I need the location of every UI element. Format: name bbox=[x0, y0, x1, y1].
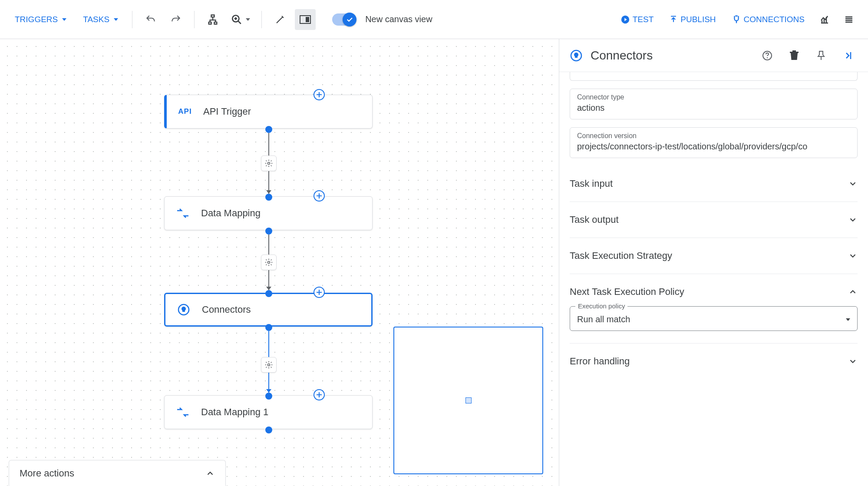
section-title: Task Execution Strategy bbox=[570, 250, 672, 261]
svg-line-1 bbox=[238, 21, 241, 24]
field-connection-version[interactable]: Connection version projects/connectors-i… bbox=[570, 127, 858, 158]
panel-header: Connectors bbox=[559, 39, 868, 72]
panel-title: Connectors bbox=[591, 49, 750, 63]
field-partial-top bbox=[570, 72, 858, 81]
stats-button[interactable] bbox=[814, 9, 835, 30]
connection-dot[interactable] bbox=[265, 290, 272, 297]
toggle-knob bbox=[343, 13, 356, 26]
mapping-icon bbox=[175, 404, 191, 420]
field-label: Connector type bbox=[577, 93, 850, 101]
menu-icon bbox=[844, 14, 854, 25]
plus-icon bbox=[316, 392, 322, 398]
add-node-button[interactable] bbox=[314, 389, 325, 400]
layout-button[interactable] bbox=[202, 9, 223, 30]
redo-button[interactable] bbox=[165, 9, 186, 30]
menu-button[interactable] bbox=[838, 9, 859, 30]
side-panel: Connectors Connector type actions Connec… bbox=[559, 39, 868, 486]
edge-settings-button[interactable] bbox=[261, 255, 277, 270]
node-label: Connectors bbox=[202, 304, 251, 315]
select-value: Run all match bbox=[577, 314, 630, 324]
section-header[interactable]: Task Execution Strategy bbox=[570, 250, 858, 261]
section-task-input: Task input bbox=[570, 166, 858, 202]
more-actions-label: More actions bbox=[20, 468, 74, 479]
section-header[interactable]: Next Task Execution Policy bbox=[570, 286, 858, 298]
test-button[interactable]: TEST bbox=[614, 10, 660, 29]
chevron-down-icon bbox=[848, 251, 858, 261]
section-error-handling: Error handling bbox=[570, 344, 858, 379]
connection-dot[interactable] bbox=[265, 393, 272, 400]
section-title: Task input bbox=[570, 178, 613, 189]
connection-dot[interactable] bbox=[265, 324, 272, 331]
canvas-view-toggle[interactable] bbox=[332, 13, 356, 26]
tasks-dropdown[interactable]: TASKS bbox=[77, 10, 124, 29]
section-title: Next Task Execution Policy bbox=[570, 286, 684, 298]
arrow-icon bbox=[266, 389, 271, 393]
publish-button[interactable]: PUBLISH bbox=[663, 10, 722, 29]
edge-settings-button[interactable] bbox=[261, 155, 277, 171]
undo-button[interactable] bbox=[140, 9, 161, 30]
separator bbox=[194, 11, 195, 28]
check-icon bbox=[346, 16, 353, 23]
separator bbox=[261, 11, 262, 28]
chevron-down-icon bbox=[848, 179, 858, 188]
canvas[interactable]: API API Trigger Data Mapping Connectors … bbox=[0, 39, 559, 486]
wand-button[interactable] bbox=[270, 9, 290, 30]
chart-icon bbox=[819, 14, 830, 25]
svg-point-8 bbox=[268, 261, 270, 264]
node-data-mapping-1[interactable]: Data Mapping 1 bbox=[164, 395, 373, 429]
triggers-dropdown[interactable]: TRIGGERS bbox=[9, 10, 73, 29]
node-api-trigger[interactable]: API API Trigger bbox=[164, 95, 373, 129]
minimap[interactable] bbox=[393, 327, 543, 474]
redo-icon bbox=[170, 14, 182, 25]
more-actions-panel[interactable]: More actions bbox=[9, 460, 226, 486]
node-data-mapping[interactable]: Data Mapping bbox=[164, 196, 373, 230]
edge-settings-button[interactable] bbox=[261, 357, 277, 373]
connections-label: CONNECTIONS bbox=[744, 15, 805, 24]
chevron-down-icon bbox=[848, 215, 858, 225]
plus-icon bbox=[316, 92, 322, 98]
svg-rect-5 bbox=[306, 17, 309, 22]
connection-dot[interactable] bbox=[265, 228, 272, 235]
delete-button[interactable] bbox=[785, 46, 804, 65]
connection-dot[interactable] bbox=[265, 426, 272, 433]
connection-dot[interactable] bbox=[265, 194, 272, 201]
section-header[interactable]: Task output bbox=[570, 214, 858, 225]
canvas-view-button[interactable] bbox=[295, 9, 316, 30]
field-connector-type[interactable]: Connector type actions bbox=[570, 89, 858, 119]
separator bbox=[132, 11, 132, 28]
add-node-button[interactable] bbox=[314, 287, 325, 298]
node-label: Data Mapping bbox=[201, 208, 261, 219]
collapse-panel-button[interactable] bbox=[838, 46, 858, 65]
section-next-policy: Next Task Execution Policy Execution pol… bbox=[570, 274, 858, 344]
node-connectors[interactable]: Connectors bbox=[164, 293, 373, 327]
chevron-up-icon bbox=[848, 287, 858, 297]
toolbar: TRIGGERS TASKS New canvas view TEST bbox=[0, 0, 868, 39]
pin-icon bbox=[816, 50, 826, 61]
section-header[interactable]: Error handling bbox=[570, 356, 858, 367]
upload-icon bbox=[669, 15, 678, 24]
arrow-icon bbox=[266, 190, 271, 194]
minimap-viewport bbox=[465, 397, 472, 403]
toolbar-right: TEST PUBLISH CONNECTIONS bbox=[614, 9, 859, 30]
connector-icon bbox=[176, 302, 191, 317]
pin-button[interactable] bbox=[812, 46, 831, 65]
connections-button[interactable]: CONNECTIONS bbox=[726, 10, 811, 29]
trash-icon bbox=[789, 50, 799, 61]
field-label: Connection version bbox=[577, 132, 850, 140]
node-label: Data Mapping 1 bbox=[201, 407, 268, 418]
svg-point-10 bbox=[268, 364, 270, 366]
tasks-label: TASKS bbox=[83, 15, 109, 24]
select-label: Execution policy bbox=[575, 302, 627, 310]
help-button[interactable] bbox=[758, 46, 777, 65]
section-header[interactable]: Task input bbox=[570, 178, 858, 189]
wand-icon bbox=[275, 14, 285, 25]
mapping-icon bbox=[175, 205, 191, 221]
connections-icon bbox=[732, 15, 741, 24]
add-node-button[interactable] bbox=[314, 190, 325, 202]
zoom-dropdown[interactable] bbox=[228, 9, 254, 30]
connection-dot[interactable] bbox=[265, 126, 272, 133]
node-label: API Trigger bbox=[203, 106, 251, 117]
plus-icon bbox=[316, 289, 322, 295]
execution-policy-select[interactable]: Execution policy Run all match bbox=[570, 306, 858, 331]
add-node-button[interactable] bbox=[314, 89, 325, 100]
